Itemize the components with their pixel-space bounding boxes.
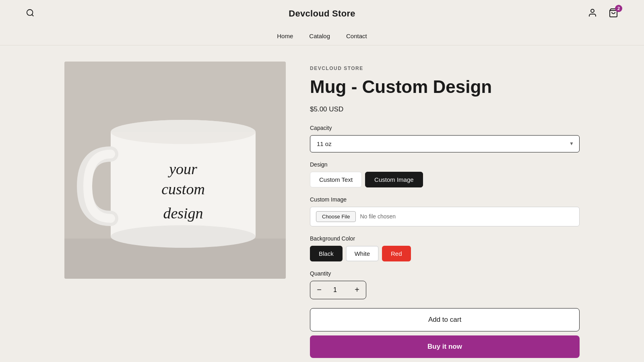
design-label: Design bbox=[310, 161, 580, 168]
svg-text:your: your bbox=[167, 160, 197, 177]
color-white-button[interactable]: White bbox=[346, 246, 379, 261]
search-icon bbox=[26, 8, 35, 17]
quantity-increase-button[interactable]: + bbox=[348, 281, 366, 299]
svg-point-8 bbox=[111, 225, 256, 248]
color-red-button[interactable]: Red bbox=[382, 246, 411, 261]
choose-file-button[interactable]: Choose File bbox=[316, 211, 356, 222]
cart-button[interactable]: 2 bbox=[607, 6, 620, 21]
product-image: your custom design bbox=[64, 62, 286, 279]
cart-badge: 2 bbox=[615, 5, 622, 12]
user-icon bbox=[588, 8, 597, 18]
color-black-button[interactable]: Black bbox=[310, 246, 343, 261]
add-to-cart-button[interactable]: Add to cart bbox=[310, 308, 580, 331]
color-buttons: Black White Red bbox=[310, 246, 580, 261]
file-input-wrapper: Choose File No file chosen bbox=[310, 207, 580, 226]
svg-line-1 bbox=[32, 14, 33, 16]
quantity-group: Quantity − + bbox=[310, 270, 580, 299]
design-buttons: Custom Text Custom Image bbox=[310, 172, 580, 187]
svg-point-9 bbox=[111, 120, 256, 144]
quantity-decrease-button[interactable]: − bbox=[310, 281, 328, 299]
capacity-label: Capacity bbox=[310, 125, 580, 131]
header: Devcloud Store 2 Home Catalog Contact bbox=[0, 0, 644, 45]
background-color-label: Background Color bbox=[310, 235, 580, 242]
buy-now-button[interactable]: Buy it now bbox=[310, 335, 580, 358]
custom-image-label: Custom Image bbox=[310, 196, 580, 203]
nav-home[interactable]: Home bbox=[277, 33, 293, 39]
custom-text-button[interactable]: Custom Text bbox=[310, 172, 362, 187]
search-button[interactable] bbox=[24, 7, 36, 20]
custom-image-group: Custom Image Choose File No file chosen bbox=[310, 196, 580, 226]
brand-label: DEVCLOUD STORE bbox=[310, 66, 580, 71]
background-color-group: Background Color Black White Red bbox=[310, 235, 580, 261]
store-title: Devcloud Store bbox=[289, 8, 355, 19]
user-account-button[interactable] bbox=[586, 6, 599, 21]
header-left bbox=[24, 7, 36, 20]
quantity-wrapper: − + bbox=[310, 281, 366, 299]
capacity-select[interactable]: 11 oz 15 oz bbox=[310, 135, 580, 152]
product-image-container: your custom design bbox=[64, 62, 286, 358]
nav-contact[interactable]: Contact bbox=[346, 33, 367, 39]
custom-image-button[interactable]: Custom Image bbox=[365, 172, 423, 187]
svg-point-0 bbox=[27, 10, 33, 16]
nav-bar: Home Catalog Contact bbox=[24, 27, 620, 45]
product-price: $5.00 USD bbox=[310, 105, 580, 113]
svg-point-2 bbox=[591, 9, 594, 12]
capacity-group: Capacity 11 oz 15 oz ▼ bbox=[310, 125, 580, 152]
product-details: DEVCLOUD STORE Mug - Custom Design $5.00… bbox=[310, 62, 580, 358]
file-name-display: No file chosen bbox=[360, 213, 396, 220]
product-title: Mug - Custom Design bbox=[310, 77, 580, 97]
svg-text:custom: custom bbox=[161, 181, 205, 197]
main-content: your custom design DEVCLOUD STORE Mug - … bbox=[40, 45, 604, 362]
design-group: Design Custom Text Custom Image bbox=[310, 161, 580, 187]
header-right: 2 bbox=[586, 6, 620, 21]
svg-text:design: design bbox=[163, 205, 203, 222]
header-top: Devcloud Store 2 bbox=[24, 0, 620, 27]
quantity-label: Quantity bbox=[310, 270, 580, 277]
quantity-input[interactable] bbox=[328, 286, 348, 294]
capacity-select-wrapper: 11 oz 15 oz ▼ bbox=[310, 135, 580, 152]
nav-catalog[interactable]: Catalog bbox=[309, 33, 330, 39]
mug-image: your custom design bbox=[64, 62, 286, 279]
